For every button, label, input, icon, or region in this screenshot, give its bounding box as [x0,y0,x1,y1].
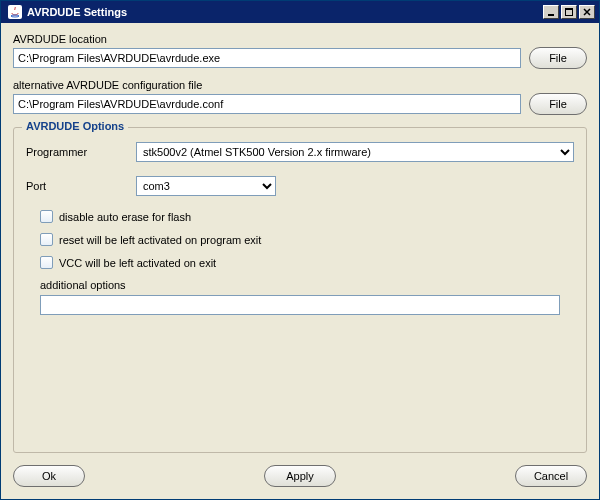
java-icon [7,4,23,20]
location-file-button[interactable]: File [529,47,587,69]
options-group: AVRDUDE Options Programmer stk500v2 (Atm… [13,127,587,453]
disable-erase-checkbox[interactable] [40,210,53,223]
close-button[interactable] [579,5,595,19]
svg-rect-2 [548,14,554,16]
content-area: AVRDUDE location File alternative AVRDUD… [1,23,599,457]
window-controls [541,3,597,21]
vcc-left-checkbox[interactable] [40,256,53,269]
minimize-button[interactable] [543,5,559,19]
additional-options-input[interactable] [40,295,560,315]
options-group-title: AVRDUDE Options [22,120,128,132]
disable-erase-label: disable auto erase for flash [59,211,191,223]
svg-rect-4 [565,8,573,10]
config-input[interactable] [13,94,521,114]
ok-button[interactable]: Ok [13,465,85,487]
settings-window: AVRDUDE Settings AVRDUDE location File a… [0,0,600,500]
button-bar: Ok Apply Cancel [1,457,599,499]
apply-button[interactable]: Apply [264,465,336,487]
location-input[interactable] [13,48,521,68]
programmer-select[interactable]: stk500v2 (Atmel STK500 Version 2.x firmw… [136,142,574,162]
titlebar: AVRDUDE Settings [1,1,599,23]
port-label: Port [26,180,136,192]
config-file-button[interactable]: File [529,93,587,115]
programmer-label: Programmer [26,146,136,158]
reset-left-label: reset will be left activated on program … [59,234,261,246]
reset-left-checkbox[interactable] [40,233,53,246]
window-title: AVRDUDE Settings [27,6,541,18]
location-label: AVRDUDE location [13,33,587,45]
config-label: alternative AVRDUDE configuration file [13,79,587,91]
port-select[interactable]: com3 [136,176,276,196]
vcc-left-label: VCC will be left activated on exit [59,257,216,269]
additional-options-label: additional options [40,279,574,291]
maximize-button[interactable] [561,5,577,19]
cancel-button[interactable]: Cancel [515,465,587,487]
